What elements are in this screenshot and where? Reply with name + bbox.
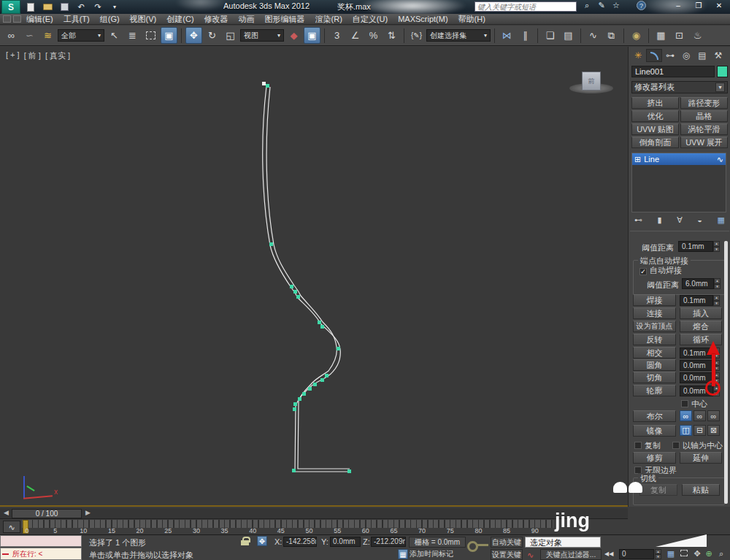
extrude-button[interactable]: 挤出 (631, 97, 679, 109)
y-coordinate-field[interactable]: 0.0mm (330, 537, 361, 547)
spline-vertex[interactable] (266, 84, 269, 88)
object-color-swatch[interactable] (717, 66, 728, 77)
named-selection-sets-dropdown[interactable]: 创建选择集▾ (426, 29, 491, 42)
select-object-icon[interactable]: ↖ (106, 27, 123, 44)
lattice-button[interactable]: 晶格 (680, 110, 728, 122)
save-file-icon[interactable] (58, 2, 70, 12)
about-pivot-checkbox[interactable]: 以轴为中心 (672, 440, 723, 451)
align-icon[interactable]: ∥ (517, 27, 534, 44)
set-key-icon[interactable] (467, 540, 489, 550)
menu-maxscript[interactable]: MAXScript(M) (398, 15, 447, 23)
render-production-icon[interactable]: ♨ (689, 27, 706, 44)
percent-snap-icon[interactable]: % (365, 27, 382, 44)
select-and-scale-icon[interactable]: ◱ (222, 27, 239, 44)
pan-hand-icon[interactable]: ✥ (692, 548, 702, 559)
render-setup-icon[interactable]: ▦ (653, 27, 669, 44)
workspace-icon[interactable] (13, 15, 21, 23)
track-bar[interactable]: ∿ 051015202530354045505560657075808590 (0, 520, 628, 534)
expand-icon[interactable]: ⊞ (634, 155, 641, 164)
rendered-frame-window-icon[interactable]: ⊡ (671, 27, 688, 44)
optimize-button[interactable]: 优化 (631, 110, 679, 122)
spline-vertex[interactable] (337, 347, 340, 350)
spline-vertex[interactable] (298, 397, 301, 401)
menu-help[interactable]: 帮助(H) (458, 14, 485, 25)
mini-curve-editor-icon[interactable]: ∿ (3, 521, 20, 533)
spline-vertex[interactable] (320, 325, 324, 329)
show-end-result-icon[interactable]: ▮ (658, 215, 662, 225)
trim-button[interactable]: 修剪 (633, 452, 676, 464)
time-slider-prev-icon[interactable]: ◀ (4, 509, 9, 516)
edit-named-selections-icon[interactable]: {✎} (408, 27, 425, 44)
spline-vertex[interactable] (269, 242, 273, 246)
absolute-mode-icon[interactable]: ✥ (257, 536, 267, 546)
key-filters-button[interactable]: 关键点过滤器... (540, 549, 602, 560)
pin-stack-icon[interactable]: ⊷ (634, 215, 642, 225)
unlink-selection-icon[interactable]: ∽ (21, 27, 38, 44)
menu-tools[interactable]: 工具(T) (64, 14, 90, 25)
current-frame-field[interactable]: 0 (619, 549, 654, 559)
menu-animation[interactable]: 动画 (239, 14, 255, 25)
modifier-stack[interactable]: ⊞ Line ∿ (631, 153, 726, 212)
angle-snap-icon[interactable]: ∠ (347, 27, 364, 44)
spline-vertex[interactable] (293, 290, 297, 294)
menu-rendering[interactable]: 渲染(R) (315, 14, 342, 25)
new-file-icon[interactable] (25, 2, 36, 12)
selection-lock-icon[interactable] (241, 537, 249, 545)
x-coordinate-field[interactable]: -142.258mm (283, 537, 317, 547)
time-slider-handle[interactable]: 0 / 100 (12, 509, 82, 518)
zoom-extents-icon[interactable] (679, 548, 689, 559)
favorites-icon[interactable]: ☆ (610, 1, 622, 10)
reference-coordsys-dropdown[interactable]: 视图▾ (240, 29, 284, 42)
maximize-button[interactable]: ❐ (689, 0, 708, 11)
select-and-link-icon[interactable]: ∞ (3, 27, 20, 44)
object-name-field[interactable]: Line001 (631, 66, 715, 77)
selection-filter-dropdown[interactable]: 全部▾ (58, 29, 104, 42)
communication-center-icon[interactable]: ✎ (596, 1, 607, 10)
fuse-button[interactable]: 熔合 (680, 321, 722, 332)
menu-modifiers[interactable]: 修改器 (204, 14, 228, 25)
stack-item-line[interactable]: ⊞ Line ∿ (632, 153, 726, 165)
snap-toggle-3d-icon[interactable]: 3 (328, 27, 345, 44)
mirror-vertical-icon[interactable]: ◫ (680, 425, 692, 436)
auto-key-button[interactable]: 自动关键点 (491, 537, 523, 548)
menu-group[interactable]: 组(G) (100, 14, 120, 25)
center-checkbox[interactable]: 中心 (681, 399, 707, 410)
material-editor-icon[interactable]: ◉ (628, 27, 645, 44)
time-configuration-icon[interactable]: ▦ (666, 548, 676, 559)
outline-button[interactable]: 轮廓 (633, 385, 676, 396)
vertex-ticks-icon[interactable]: ∿ (717, 155, 723, 164)
weld-threshold-spinner[interactable]: 6.0mm ▴▾ (682, 278, 721, 289)
tangent-copy-button[interactable]: 复制 (639, 484, 677, 496)
panel-scrollbar[interactable] (724, 241, 728, 504)
spinner-snap-icon[interactable]: ⇅ (383, 27, 400, 44)
modifier-list-dropdown[interactable]: 修改器列表▾ (631, 81, 728, 93)
boolean-button[interactable]: 布尔 (633, 410, 676, 422)
add-time-tag[interactable]: 添加时间标记 (410, 549, 466, 560)
undo-icon[interactable]: ↶ (75, 2, 87, 12)
path-deform-button[interactable]: 路径变形 (680, 97, 728, 109)
default-tangent-icon[interactable]: ∿ (527, 551, 534, 560)
turbosmooth-button[interactable]: 涡轮平滑 (680, 123, 728, 135)
cross-insert-button[interactable]: 相交 (633, 347, 676, 358)
layer-manager-icon[interactable]: ❏ (542, 27, 558, 44)
selection-region-icon[interactable] (142, 27, 159, 44)
menu-customize[interactable]: 自定义(U) (353, 14, 388, 25)
maxscript-listener-macro[interactable] (0, 535, 82, 547)
make-unique-icon[interactable]: ∀ (677, 215, 683, 225)
spline-vertex[interactable] (308, 387, 312, 391)
mirror-both-icon[interactable]: ⊠ (707, 425, 720, 436)
spline-vertex[interactable] (290, 285, 293, 288)
menu-create[interactable]: 创建(C) (166, 14, 193, 25)
uvw-unwrap-button[interactable]: UVW 展开 (680, 137, 728, 148)
make-first-button[interactable]: 设为首顶点 (633, 321, 676, 332)
close-button[interactable]: ✕ (710, 0, 729, 11)
search-icon[interactable]: ⌕ (581, 1, 593, 10)
tab-display-icon[interactable]: ▤ (694, 49, 710, 62)
curve-editor-icon[interactable]: ∿ (585, 27, 602, 44)
frame-spinner[interactable]: ▴▾ (655, 549, 661, 559)
schematic-view-icon[interactable]: ⧉ (603, 27, 620, 44)
spline-vertex[interactable] (292, 469, 296, 472)
spline-vertex[interactable] (325, 374, 328, 377)
menu-graph-editors[interactable]: 图形编辑器 (265, 14, 305, 25)
front-viewport[interactable]: [ + ] [ 前 ] [ 真实 ] 前 x (0, 47, 628, 507)
